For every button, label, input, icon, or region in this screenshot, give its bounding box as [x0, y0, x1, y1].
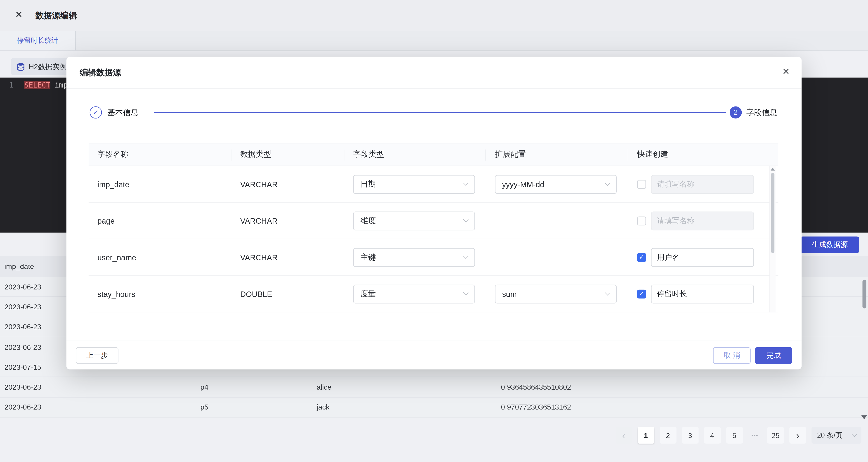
ext-config-select[interactable]: yyyy-MM-dd — [495, 175, 617, 193]
pagination-page-2[interactable]: 2 — [659, 427, 676, 443]
page: × 数据源编辑 停留时长统计 H2数据实例... 1 SELECT imp 生成… — [0, 0, 868, 462]
step-2-label: 字段信息 — [746, 106, 777, 119]
pagination-next-button[interactable]: › — [789, 427, 806, 443]
field-data-type: DOUBLE — [231, 289, 344, 298]
column-header-data-type: 数据类型 — [231, 143, 344, 165]
pagination-ellipsis[interactable]: ••• — [748, 427, 762, 443]
step-connector-line — [154, 112, 726, 113]
cancel-button[interactable]: 取 消 — [713, 347, 751, 364]
field-name: page — [89, 216, 231, 225]
close-icon[interactable]: × — [16, 8, 22, 21]
quick-name-input[interactable] — [651, 211, 754, 230]
steps-indicator: ✓ 基本信息 2 字段信息 — [66, 106, 802, 119]
result-column-header: imp_date — [4, 262, 34, 271]
quick-create-checkbox[interactable] — [637, 216, 646, 225]
previous-step-button[interactable]: 上一步 — [76, 347, 119, 364]
divider — [66, 341, 802, 341]
check-icon: ✓ — [93, 109, 98, 116]
field-type-value: 日期 — [360, 179, 376, 189]
chevron-down-icon — [605, 290, 610, 295]
cell-imp-date: 2023-06-23 — [4, 323, 41, 331]
editor-line-number: 1 — [0, 80, 22, 91]
quick-name-input[interactable] — [651, 175, 754, 193]
field-type-select[interactable]: 日期 — [353, 175, 475, 193]
quick-name-input[interactable] — [651, 284, 754, 303]
cell-imp-date: 2023-06-23 — [4, 403, 41, 411]
modal-title: 编辑数据源 — [80, 57, 121, 88]
editor-code-line: SELECT imp — [24, 80, 68, 91]
check-icon: ✓ — [639, 290, 644, 297]
field-type-value: 度量 — [360, 289, 376, 299]
tab-stay-duration[interactable]: 停留时长统计 — [0, 31, 76, 51]
pagination-page-1[interactable]: 1 — [638, 427, 654, 443]
field-type-value: 维度 — [360, 216, 376, 226]
column-header-quick-create: 快速创建 — [628, 143, 778, 165]
cell-page: p4 — [200, 383, 209, 392]
page-size-label: 20 条/页 — [817, 431, 842, 440]
field-row: user_name VARCHAR 主键 ✓ — [89, 239, 778, 276]
field-row: imp_date VARCHAR 日期 yyyy-MM-dd — [89, 166, 778, 203]
field-row: stay_hours DOUBLE 度量 sum ✓ — [89, 276, 778, 312]
column-header-field-type: 字段类型 — [344, 143, 486, 165]
field-type-value: 主键 — [360, 252, 376, 262]
cell-imp-date: 2023-06-23 — [4, 282, 41, 291]
chevron-down-icon — [463, 253, 469, 259]
field-name: user_name — [89, 253, 231, 261]
quick-name-input[interactable] — [651, 248, 754, 267]
cell-imp-date: 2023-07-15 — [4, 363, 41, 371]
pagination-page-last[interactable]: 25 — [767, 427, 784, 443]
ext-config-value: sum — [502, 289, 517, 298]
chevron-down-icon — [852, 431, 857, 437]
chevron-down-icon — [463, 217, 469, 222]
scroll-up-arrow-icon[interactable] — [771, 168, 775, 171]
modal-scrollbar-thumb[interactable] — [771, 173, 774, 253]
instance-label: H2数据实例... — [29, 62, 73, 72]
scroll-down-arrow-icon[interactable] — [862, 415, 867, 419]
generate-datasource-button[interactable]: 生成数据源 — [800, 237, 859, 253]
edit-datasource-modal: 编辑数据源 × ✓ 基本信息 2 字段信息 字段名称 数据类型 字段类型 扩展配… — [66, 57, 802, 369]
cell-stay-hours: 0.9364586435510802 — [501, 383, 571, 392]
pagination-page-3[interactable]: 3 — [682, 427, 698, 443]
field-data-type: VARCHAR — [231, 180, 344, 189]
cell-page: p5 — [200, 403, 209, 411]
pagination-page-5[interactable]: 5 — [726, 427, 743, 443]
cell-imp-date: 2023-06-23 — [4, 303, 41, 311]
step-1-label: 基本信息 — [107, 106, 138, 119]
quick-create-checkbox[interactable]: ✓ — [637, 253, 646, 261]
field-data-type: VARCHAR — [231, 253, 344, 261]
fields-table-header: 字段名称 数据类型 字段类型 扩展配置 快速创建 — [89, 143, 778, 166]
modal-close-icon[interactable]: × — [782, 65, 789, 78]
cell-stay-hours: 0.9707723036513162 — [501, 403, 571, 411]
divider — [66, 88, 802, 88]
pagination-prev-button[interactable]: ‹ — [615, 427, 632, 443]
cell-imp-date: 2023-06-23 — [4, 343, 41, 351]
table-row: 2023-06-23 p5 jack 0.9707723036513162 — [0, 398, 868, 418]
page-title: 数据源编辑 — [35, 0, 77, 31]
fields-table: 字段名称 数据类型 字段类型 扩展配置 快速创建 imp_date VARCHA… — [89, 143, 778, 312]
quick-create-checkbox[interactable] — [637, 180, 646, 189]
field-type-select[interactable]: 度量 — [353, 284, 475, 303]
cell-user-name: jack — [317, 403, 330, 411]
finish-button[interactable]: 完成 — [755, 347, 792, 364]
chevron-down-icon — [463, 180, 469, 186]
pagination: ‹ 1 2 3 4 5 ••• 25 › 20 条/页 — [615, 427, 861, 443]
tab-bar: 停留时长统计 — [0, 31, 868, 51]
check-icon: ✓ — [639, 254, 644, 261]
step-2-circle: 2 — [730, 106, 742, 119]
field-type-select[interactable]: 主键 — [353, 248, 475, 267]
ext-config-value: yyyy-MM-dd — [502, 180, 544, 189]
modal-table-scrollbar[interactable] — [770, 166, 776, 312]
field-type-select[interactable]: 维度 — [353, 211, 475, 230]
app-header: × 数据源编辑 — [0, 0, 868, 31]
cell-user-name: alice — [317, 383, 332, 392]
column-header-field-name: 字段名称 — [89, 143, 231, 165]
quick-create-checkbox[interactable]: ✓ — [637, 289, 646, 298]
database-icon — [17, 63, 25, 71]
chevron-down-icon — [605, 180, 610, 186]
page-scrollbar-thumb[interactable] — [863, 280, 866, 308]
pagination-page-4[interactable]: 4 — [704, 427, 720, 443]
field-data-type: VARCHAR — [231, 216, 344, 225]
page-size-select[interactable]: 20 条/页 — [811, 427, 861, 443]
ext-config-select[interactable]: sum — [495, 284, 617, 303]
column-header-ext-config: 扩展配置 — [486, 143, 628, 165]
